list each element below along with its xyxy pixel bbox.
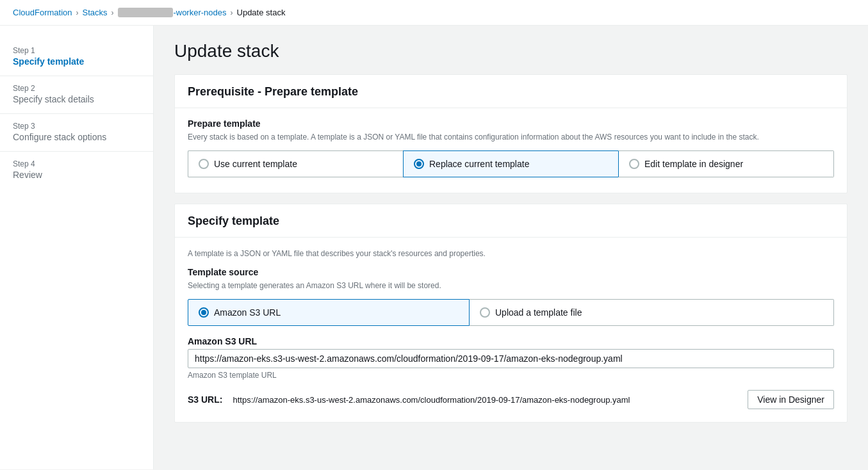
s3-url-value: https://amazon-eks.s3-us-west-2.amazonaw… [233, 395, 737, 405]
specify-template-card-header: Specify template [175, 204, 847, 238]
radio-replace-current[interactable]: Replace current template [403, 150, 618, 177]
specify-template-card-body: A template is a JSON or YAML file that d… [175, 238, 847, 422]
input-hint: Amazon S3 template URL [188, 371, 834, 380]
amazon-s3-url-label: Amazon S3 URL [188, 336, 834, 346]
radio-replace-current-circle [414, 159, 424, 169]
view-in-designer-button[interactable]: View in Designer [748, 390, 834, 409]
sidebar-step-3-name: Configure stack options [13, 132, 140, 142]
sidebar-step-2-name: Specify stack details [13, 94, 140, 104]
radio-use-current-circle [199, 159, 209, 169]
sidebar-step-3-number: Step 3 [13, 122, 140, 131]
prerequisite-card-body: Prepare template Every stack is based on… [175, 108, 847, 193]
radio-use-current[interactable]: Use current template [188, 150, 403, 177]
main-layout: Step 1 Specify template Step 2 Specify s… [0, 26, 868, 469]
radio-edit-designer[interactable]: Edit template in designer [618, 150, 834, 177]
specify-template-card-title: Specify template [188, 215, 834, 228]
breadcrumb-current: Update stack [237, 8, 286, 17]
sidebar-step-1[interactable]: Step 1 Specify template [0, 38, 153, 76]
prerequisite-card-header: Prerequisite - Prepare template [175, 75, 847, 108]
sidebar-step-4[interactable]: Step 4 Review [0, 152, 153, 189]
breadcrumb-sep-2: › [111, 8, 114, 17]
breadcrumb-cloudformation[interactable]: CloudFormation [13, 8, 72, 17]
sidebar-step-1-name: Specify template [13, 56, 140, 67]
radio-edit-designer-circle [629, 159, 639, 169]
radio-use-current-label: Use current template [214, 159, 297, 169]
prepare-template-radio-group: Use current template Replace current tem… [188, 150, 834, 177]
sidebar: Step 1 Specify template Step 2 Specify s… [0, 26, 154, 469]
specify-template-card: Specify template A template is a JSON or… [174, 204, 848, 423]
radio-s3-url-circle [199, 307, 209, 318]
s3-url-prefix: S3 URL: [188, 394, 222, 405]
sidebar-step-1-number: Step 1 [13, 46, 140, 55]
breadcrumb-sep-1: › [76, 8, 79, 17]
specify-template-desc: A template is a JSON or YAML file that d… [188, 248, 834, 259]
radio-s3-url-label: Amazon S3 URL [214, 307, 281, 318]
radio-replace-current-label: Replace current template [429, 159, 529, 169]
radio-upload-file-label: Upload a template file [495, 307, 582, 318]
radio-upload-file[interactable]: Upload a template file [470, 299, 834, 326]
content-area: Update stack Prerequisite - Prepare temp… [154, 26, 868, 469]
radio-s3-url[interactable]: Amazon S3 URL [188, 299, 470, 326]
breadcrumb: CloudFormation › Stacks › █████████-work… [0, 0, 868, 26]
template-source-radio-group: Amazon S3 URL Upload a template file [188, 299, 834, 326]
prerequisite-card-title: Prerequisite - Prepare template [188, 85, 834, 99]
page-title: Update stack [174, 41, 848, 61]
prerequisite-card: Prerequisite - Prepare template Prepare … [174, 74, 848, 193]
breadcrumb-stack-name[interactable]: █████████-worker-nodes [118, 8, 227, 17]
prepare-template-desc: Every stack is based on a template. A te… [188, 131, 834, 143]
breadcrumb-stack-name-blurred: █████████ [118, 8, 174, 17]
s3-url-row: S3 URL: https://amazon-eks.s3-us-west-2.… [188, 390, 834, 409]
prepare-template-label: Prepare template [188, 118, 834, 129]
template-source-desc: Selecting a template generates an Amazon… [188, 280, 834, 291]
template-source-label: Template source [188, 267, 834, 277]
sidebar-step-4-number: Step 4 [13, 159, 140, 168]
amazon-s3-url-input[interactable] [188, 349, 834, 368]
sidebar-step-2-number: Step 2 [13, 84, 140, 93]
breadcrumb-sep-3: › [231, 8, 233, 17]
radio-upload-file-circle [480, 307, 490, 318]
sidebar-step-3[interactable]: Step 3 Configure stack options [0, 114, 153, 152]
sidebar-step-4-name: Review [13, 170, 140, 180]
sidebar-step-2[interactable]: Step 2 Specify stack details [0, 76, 153, 114]
breadcrumb-stacks[interactable]: Stacks [83, 8, 108, 17]
radio-edit-designer-label: Edit template in designer [644, 159, 743, 169]
